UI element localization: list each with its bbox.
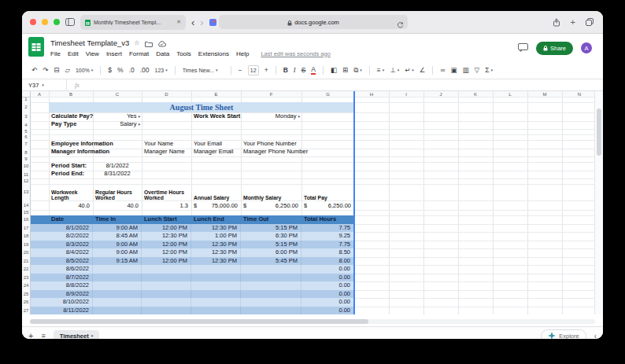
column-header-F[interactable]: F xyxy=(241,91,301,97)
font-size-icon[interactable]: 12 xyxy=(248,65,259,75)
column-header-I[interactable]: I xyxy=(389,91,423,97)
timesheet-cell[interactable] xyxy=(142,265,191,274)
pay-type-dropdown[interactable]: Salary xyxy=(93,120,142,129)
font-family-icon[interactable]: Times New... xyxy=(183,68,224,73)
row-header-16[interactable]: 16 xyxy=(22,215,31,224)
new-tab-icon[interactable]: + xyxy=(571,18,575,27)
timesheet-cell[interactable]: 9.25 xyxy=(301,232,354,241)
text-color-icon[interactable]: A xyxy=(311,66,316,75)
increase-decimals-icon[interactable]: .00 xyxy=(140,67,150,74)
timesheet-cell[interactable] xyxy=(142,307,191,315)
window-zoom-button[interactable] xyxy=(54,19,60,25)
timesheet-cell[interactable]: 8.50 xyxy=(301,248,354,257)
timesheet-cell[interactable] xyxy=(241,307,301,315)
collapse-panel-icon[interactable]: ‹ xyxy=(594,332,597,340)
timesheet-cell[interactable] xyxy=(191,307,241,315)
timesheet-cell[interactable]: 8/7/2022 xyxy=(30,274,93,282)
timesheet-cell[interactable]: 8/2/2022 xyxy=(30,232,93,241)
cell-period-end-value[interactable]: 8/31/2022 xyxy=(93,170,142,178)
column-header-A[interactable]: A xyxy=(30,91,49,97)
timesheet-cell[interactable]: 0.00 xyxy=(301,281,354,290)
menu-edit[interactable]: Edit xyxy=(68,50,79,57)
row-header-27[interactable]: 27 xyxy=(22,307,31,315)
window-minimize-button[interactable] xyxy=(42,19,48,25)
column-header-L[interactable]: L xyxy=(493,91,527,97)
timesheet-cell[interactable] xyxy=(241,265,301,274)
timesheet-header-cell[interactable]: Lunch Start xyxy=(142,215,191,224)
paint-format-icon[interactable]: ▱ xyxy=(65,67,70,74)
explore-button[interactable]: Explore xyxy=(541,329,586,340)
insert-chart-icon[interactable]: ▥ xyxy=(463,67,469,74)
format-currency-icon[interactable]: $ xyxy=(108,67,112,74)
tabs-overview-icon[interactable] xyxy=(586,18,594,26)
timesheet-header-cell[interactable]: Lunch End xyxy=(191,215,241,224)
create-filter-icon[interactable]: ▽ xyxy=(475,67,480,74)
timesheet-cell[interactable]: 9:00 AM xyxy=(93,224,142,233)
forward-icon[interactable]: › xyxy=(200,17,203,28)
timesheet-cell[interactable] xyxy=(142,274,191,282)
row-header-21[interactable]: 21 xyxy=(22,257,31,266)
row-header-26[interactable]: 26 xyxy=(22,298,31,307)
row-header-22[interactable]: 22 xyxy=(22,265,31,274)
cell-employee-info-label[interactable]: Employee Information xyxy=(51,140,113,149)
cell-period-start-label[interactable]: Period Start: xyxy=(51,162,87,171)
column-header-H[interactable]: H xyxy=(354,91,389,97)
timesheet-cell[interactable] xyxy=(191,281,241,290)
row-header-24[interactable]: 24 xyxy=(22,281,31,290)
redo-icon[interactable]: ↷ xyxy=(43,67,48,74)
cell-employee-email[interactable]: Your Email xyxy=(194,140,222,149)
summary-value-cell[interactable]: 40.0 xyxy=(93,200,142,210)
window-close-button[interactable] xyxy=(30,19,36,25)
summary-label-cell[interactable]: Annual Salary xyxy=(191,184,241,200)
row-header-23[interactable]: 23 xyxy=(22,274,31,282)
timesheet-header-cell[interactable]: Date xyxy=(30,215,93,224)
column-header-M[interactable]: M xyxy=(527,91,562,97)
summary-value-cell[interactable]: $75,000.00 xyxy=(191,200,241,210)
decrease-decimals-icon[interactable]: .0 xyxy=(129,67,135,74)
summary-label-cell[interactable]: Total Pay xyxy=(301,184,354,200)
format-percent-icon[interactable]: % xyxy=(117,67,124,74)
column-header-K[interactable]: K xyxy=(458,91,493,97)
column-header-E[interactable]: E xyxy=(191,91,241,97)
timesheet-cell[interactable]: 7.75 xyxy=(301,241,354,249)
increase-font-size-icon[interactable]: + xyxy=(264,67,268,74)
row-header-6[interactable]: 6 xyxy=(22,134,31,140)
menu-file[interactable]: File xyxy=(50,50,61,57)
row-header-1[interactable]: 1 xyxy=(22,97,31,102)
undo-icon[interactable]: ↶ xyxy=(31,67,37,74)
address-bar[interactable]: docs.google.com xyxy=(219,15,408,29)
timesheet-cell[interactable]: 9:00 AM xyxy=(93,248,142,257)
menu-help[interactable]: Help xyxy=(236,50,249,57)
timesheet-cell[interactable]: 12:30 PM xyxy=(191,257,241,266)
timesheet-cell[interactable] xyxy=(93,265,142,274)
add-sheet-icon[interactable]: + xyxy=(28,332,33,340)
star-icon[interactable]: ☆ xyxy=(134,40,139,46)
reload-icon[interactable] xyxy=(397,18,404,32)
timesheet-header-cell[interactable]: Time In xyxy=(93,215,142,224)
vertical-scrollbar-thumb[interactable] xyxy=(597,108,601,156)
timesheet-cell[interactable]: 0.00 xyxy=(301,265,354,274)
timesheet-cell[interactable] xyxy=(241,298,301,307)
row-header-3[interactable]: 3 xyxy=(22,112,31,121)
timesheet-cell[interactable] xyxy=(191,290,241,299)
timesheet-cell[interactable]: 7.75 xyxy=(301,224,354,233)
menu-view[interactable]: View xyxy=(86,50,99,57)
row-header-15[interactable]: 15 xyxy=(22,210,31,215)
tab-close-icon[interactable]: ✕ xyxy=(176,19,181,25)
row-header-10[interactable]: 10 xyxy=(22,162,31,171)
menu-format[interactable]: Format xyxy=(129,50,149,57)
row-header-17[interactable]: 17 xyxy=(22,224,31,233)
insert-link-icon[interactable]: ∞ xyxy=(440,67,445,74)
row-header-8[interactable]: 8 xyxy=(22,149,31,157)
timesheet-cell[interactable]: 0.00 xyxy=(301,298,354,307)
vertical-align-icon[interactable]: ⊥ xyxy=(390,67,399,74)
timesheet-cell[interactable] xyxy=(241,290,301,299)
menu-insert[interactable]: Insert xyxy=(106,50,122,57)
timesheet-cell[interactable] xyxy=(142,290,191,299)
text-rotation-icon[interactable]: ∠ xyxy=(420,67,426,74)
select-all-corner[interactable] xyxy=(22,91,31,97)
timesheet-cell[interactable] xyxy=(241,274,301,282)
cell-employee-name[interactable]: Your Name xyxy=(144,140,173,149)
timesheet-header-cell[interactable]: Total Hours xyxy=(301,215,354,224)
timesheet-cell[interactable]: 6:30 PM xyxy=(241,232,301,241)
